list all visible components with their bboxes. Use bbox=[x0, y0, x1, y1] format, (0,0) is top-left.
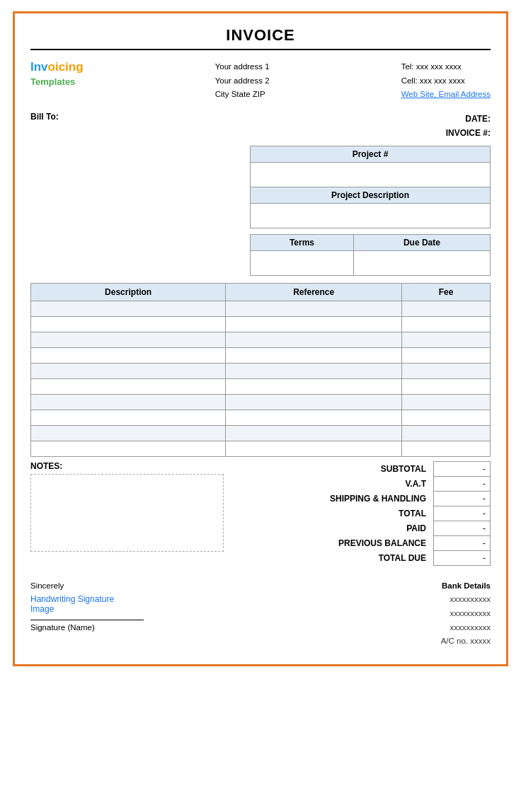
bank-col: Bank Details xxxxxxxxxx xxxxxxxxxx xxxxx… bbox=[307, 581, 491, 648]
table-row bbox=[31, 317, 491, 332]
bank-line-1: xxxxxxxxxx bbox=[307, 593, 491, 607]
total-row: TOTAL - bbox=[238, 506, 491, 521]
subtotal-value[interactable]: - bbox=[434, 462, 491, 477]
bill-date-row: Bill To: DATE: INVOICE #: bbox=[30, 112, 491, 141]
right-section: Project # Project Description Terms bbox=[30, 146, 491, 276]
sincerely-col: Sincerely Handwriting SignatureImage Sig… bbox=[30, 581, 251, 648]
totals-notes-row: NOTES: SUBTOTAL - V.A.T - SHIPPING & HAN… bbox=[30, 461, 491, 566]
address2: Your address 2 bbox=[215, 74, 270, 88]
project-desc-header: Project Description bbox=[251, 187, 491, 204]
date-invoice-section: DATE: INVOICE #: bbox=[446, 112, 491, 141]
fee-header: Fee bbox=[402, 284, 491, 301]
subtotal-label: SUBTOTAL bbox=[238, 462, 434, 477]
total-value[interactable]: - bbox=[434, 506, 491, 521]
ref-header: Reference bbox=[226, 284, 402, 301]
website-link[interactable]: Web Site, Email Address bbox=[401, 90, 491, 98]
date-label: DATE: bbox=[465, 114, 491, 124]
paid-value[interactable]: - bbox=[434, 521, 491, 536]
total-due-label: TOTAL DUE bbox=[238, 551, 434, 566]
prev-balance-value[interactable]: - bbox=[434, 536, 491, 551]
invoice-page: INVOICE Invoicing Templates Your address… bbox=[13, 11, 508, 666]
notes-label: NOTES: bbox=[30, 461, 224, 471]
table-row bbox=[31, 301, 491, 317]
vat-label: V.A.T bbox=[238, 477, 434, 492]
header-address: Your address 1 Your address 2 City State… bbox=[215, 60, 270, 102]
table-row bbox=[31, 410, 491, 426]
total-due-value[interactable]: - bbox=[434, 551, 491, 566]
logo-inv: Inv bbox=[30, 60, 48, 74]
bank-line-2: xxxxxxxxxx bbox=[307, 607, 491, 621]
due-date-cell[interactable] bbox=[353, 251, 490, 276]
tel: Tel: xxx xxx xxxx bbox=[401, 60, 491, 74]
notes-section: NOTES: bbox=[30, 461, 224, 552]
table-row bbox=[31, 364, 491, 379]
logo-oicing: oicing bbox=[48, 60, 84, 74]
terms-table: Terms Due Date bbox=[250, 234, 491, 276]
signature-image: Handwriting SignatureImage bbox=[30, 594, 251, 614]
table-row bbox=[31, 348, 491, 364]
footer-row: Sincerely Handwriting SignatureImage Sig… bbox=[30, 581, 491, 648]
notes-box[interactable] bbox=[30, 474, 224, 552]
table-row bbox=[31, 379, 491, 395]
address1: Your address 1 bbox=[215, 60, 270, 74]
bank-line-3: xxxxxxxxxx bbox=[307, 621, 491, 635]
total-label: TOTAL bbox=[238, 506, 434, 521]
main-table: Description Reference Fee bbox=[30, 283, 491, 457]
logo: Invoicing Templates bbox=[30, 60, 84, 102]
table-row bbox=[31, 395, 491, 410]
bill-to-label: Bill To: bbox=[30, 112, 59, 141]
city-state-zip: City State ZIP bbox=[215, 88, 270, 102]
total-due-row: TOTAL DUE - bbox=[238, 551, 491, 566]
sincerely-label: Sincerely bbox=[30, 581, 251, 590]
header-row: Invoicing Templates Your address 1 Your … bbox=[30, 60, 491, 102]
bank-detail: xxxxxxxxxx xxxxxxxxxx xxxxxxxxxx A/C no.… bbox=[307, 593, 491, 648]
prev-balance-label: PREVIOUS BALANCE bbox=[238, 536, 434, 551]
desc-header: Description bbox=[31, 284, 226, 301]
table-row bbox=[31, 426, 491, 441]
logo-templates: Templates bbox=[30, 76, 75, 87]
terms-cell[interactable] bbox=[251, 251, 354, 276]
project-num-header: Project # bbox=[251, 146, 491, 163]
invoice-title: INVOICE bbox=[30, 26, 491, 50]
signature-name: Signature (Name) bbox=[30, 623, 251, 632]
project-table: Project # Project Description bbox=[250, 146, 491, 228]
vat-value[interactable]: - bbox=[434, 477, 491, 492]
header-contact: Tel: xxx xxx xxxx Cell: xxx xxx xxxx Web… bbox=[401, 60, 491, 102]
shipping-label: SHIPPING & HANDLING bbox=[238, 492, 434, 506]
totals-table: SUBTOTAL - V.A.T - SHIPPING & HANDLING -… bbox=[238, 461, 491, 566]
shipping-row: SHIPPING & HANDLING - bbox=[238, 492, 491, 506]
cell: Cell: xxx xxx xxxx bbox=[401, 74, 491, 88]
due-date-header: Due Date bbox=[353, 235, 490, 251]
table-row bbox=[31, 332, 491, 348]
bank-title: Bank Details bbox=[307, 581, 491, 590]
project-desc-cell[interactable] bbox=[251, 204, 491, 228]
paid-row: PAID - bbox=[238, 521, 491, 536]
table-row bbox=[31, 441, 491, 457]
shipping-value[interactable]: - bbox=[434, 492, 491, 506]
project-num-cell[interactable] bbox=[251, 163, 491, 187]
prev-balance-row: PREVIOUS BALANCE - bbox=[238, 536, 491, 551]
paid-label: PAID bbox=[238, 521, 434, 536]
terms-header: Terms bbox=[251, 235, 354, 251]
subtotal-row: SUBTOTAL - bbox=[238, 462, 491, 477]
vat-row: V.A.T - bbox=[238, 477, 491, 492]
signature-line bbox=[30, 620, 144, 620]
bank-line-4: A/C no. xxxxx bbox=[307, 634, 491, 649]
invoice-label: INVOICE #: bbox=[446, 128, 491, 138]
